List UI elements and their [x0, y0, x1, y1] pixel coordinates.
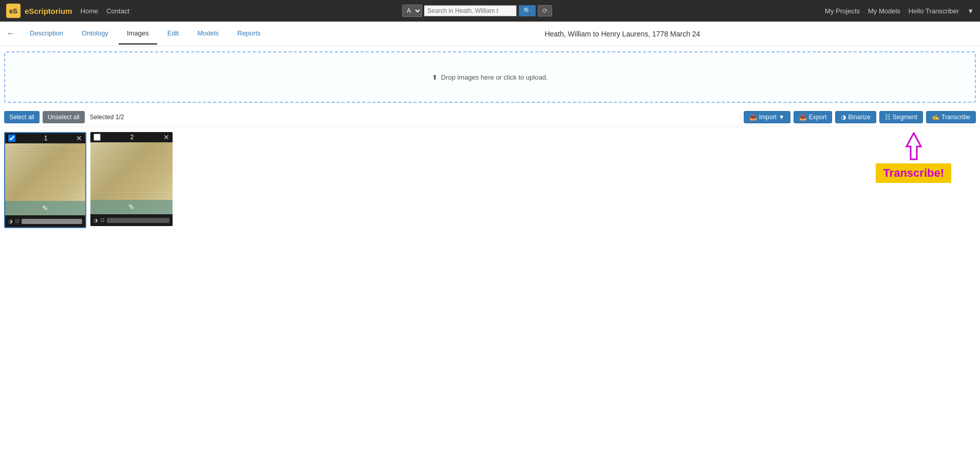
main-content: ⬆ Drop images here or click to upload. S… [0, 51, 980, 233]
navbar: eS eScriptorium Home Contact A 🔍 ⟳ My Pr… [0, 0, 980, 22]
image-card-2-edit-icon: ✎ [128, 203, 135, 211]
tab-ontology[interactable]: Ontology [73, 23, 117, 45]
unselect-all-button[interactable]: Unselect all [43, 111, 85, 123]
image-card-2-overlay[interactable]: ✎ [90, 200, 173, 214]
image-card-1-number: 1 [44, 135, 48, 142]
image-card-2-checkbox[interactable] [93, 134, 101, 141]
navbar-search: A 🔍 ⟳ [402, 5, 552, 17]
dropzone-label: Drop images here or click to upload. [441, 73, 548, 81]
brand-name: eScriptorium [25, 7, 72, 15]
import-label: Import [759, 114, 777, 121]
image-card-1-progress-bar [22, 219, 82, 224]
image-card-1-lines-icon: ☷ [15, 218, 20, 224]
binarize-button[interactable]: ◑ Binarize [835, 111, 876, 123]
import-icon: 📥 [749, 114, 757, 121]
nav-contact[interactable]: Contact [106, 7, 129, 15]
export-icon: 📤 [799, 114, 807, 121]
image-card-1-close[interactable]: ✕ [76, 135, 82, 142]
transcribe-label: Transcribe [941, 114, 970, 121]
export-button[interactable]: 📤 Export [794, 111, 833, 123]
image-card-2-thumb: ✎ [90, 142, 173, 214]
tab-description[interactable]: Description [22, 23, 71, 45]
transcribe-icon: ✍ [932, 114, 939, 121]
image-card-1-sun-icon: ◑ [8, 218, 13, 224]
image-card-2: 2 ✕ ✎ ◑ ☷ [90, 132, 173, 226]
page-title: Heath, William to Henry Laurens, 1778 Ma… [271, 30, 974, 38]
image-card-1-header: 1 ✕ [5, 133, 85, 143]
annotation-container: 1 ✕ ✎ ◑ ☷ 2 [0, 127, 980, 233]
image-card-2-number: 2 [130, 134, 134, 141]
image-card-1-footer: ◑ ☷ [5, 215, 85, 227]
image-card-1: 1 ✕ ✎ ◑ ☷ [4, 132, 86, 228]
nav-user-dropdown-icon[interactable]: ▼ [967, 7, 974, 15]
import-dropdown-icon: ▼ [779, 114, 785, 121]
image-card-1-edit-icon: ✎ [42, 204, 48, 212]
brand: eS eScriptorium [6, 4, 72, 18]
transcribe-button[interactable]: ✍ Transcribe [926, 111, 976, 123]
tab-images[interactable]: Images [119, 23, 157, 45]
image-card-2-footer: ◑ ☷ [90, 214, 173, 226]
binarize-icon: ◑ [841, 114, 846, 121]
action-bar-right: 📥 Import ▼ 📤 Export ◑ Binarize ☷ Segment… [744, 111, 976, 123]
back-button[interactable]: ← [6, 28, 15, 39]
search-input[interactable] [424, 5, 517, 16]
image-grid: 1 ✕ ✎ ◑ ☷ 2 [0, 127, 980, 233]
image-card-2-header: 2 ✕ [90, 132, 173, 142]
navbar-left: eS eScriptorium Home Contact [6, 4, 129, 18]
image-card-2-close[interactable]: ✕ [163, 134, 169, 141]
search-scope-select[interactable]: A [402, 5, 422, 17]
refresh-button[interactable]: ⟳ [538, 5, 552, 16]
navbar-right: My Projects My Models Hello Transcriber … [825, 7, 974, 15]
binarize-label: Binarize [848, 114, 870, 121]
upload-icon: ⬆ [432, 73, 438, 81]
segment-button[interactable]: ☷ Segment [879, 111, 923, 123]
brand-icon: eS [6, 4, 21, 18]
select-all-button[interactable]: Select all [4, 111, 40, 123]
image-card-1-overlay[interactable]: ✎ [5, 201, 85, 215]
drop-zone[interactable]: ⬆ Drop images here or click to upload. [4, 51, 976, 103]
segment-label: Segment [893, 114, 917, 121]
selected-count-label: Selected 1/2 [90, 114, 124, 121]
image-card-2-lines-icon: ☷ [100, 217, 105, 223]
export-label: Export [809, 114, 827, 121]
segment-icon: ☷ [885, 114, 891, 121]
tab-models[interactable]: Models [189, 23, 227, 45]
image-card-1-thumb: ✎ [5, 143, 85, 215]
tab-bar: ← Description Ontology Images Edit Model… [0, 22, 980, 46]
nav-user: Hello Transcriber [909, 7, 959, 15]
tab-edit[interactable]: Edit [159, 23, 187, 45]
search-button[interactable]: 🔍 [519, 5, 536, 16]
nav-my-models[interactable]: My Models [868, 7, 900, 15]
import-button[interactable]: 📥 Import ▼ [744, 111, 790, 123]
image-card-2-progress-bar [107, 218, 169, 223]
action-bar: Select all Unselect all Selected 1/2 📥 I… [0, 108, 980, 127]
image-card-2-sun-icon: ◑ [93, 217, 98, 223]
nav-home[interactable]: Home [81, 7, 99, 15]
image-card-1-checkbox[interactable] [8, 135, 15, 142]
nav-my-projects[interactable]: My Projects [825, 7, 860, 15]
tab-reports[interactable]: Reports [229, 23, 269, 45]
